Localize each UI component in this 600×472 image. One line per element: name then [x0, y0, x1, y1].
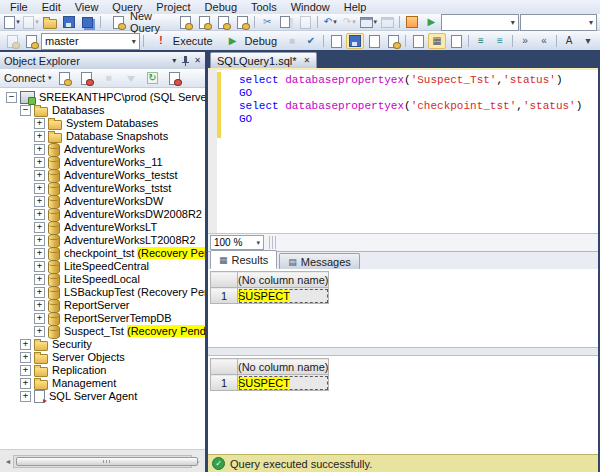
expand-plus-icon[interactable]: + — [34, 170, 45, 181]
toolbar-combo-1[interactable]: ▾ — [441, 14, 518, 31]
menu-file[interactable]: File — [3, 0, 35, 14]
analysis-services-xmla-query-icon[interactable] — [233, 14, 251, 30]
tab-messages[interactable]: ▤Messages — [279, 253, 360, 269]
database-engine-query-icon[interactable] — [176, 14, 194, 30]
expand-minus-icon[interactable]: − — [20, 105, 31, 116]
new-file-icon[interactable]: ▾ — [3, 14, 21, 30]
expand-plus-icon[interactable]: + — [34, 313, 45, 324]
menu-window[interactable]: Window — [284, 0, 337, 14]
expand-plus-icon[interactable]: + — [20, 352, 31, 363]
change-connection-icon[interactable] — [22, 33, 40, 49]
tab-results[interactable]: ▦Results — [210, 250, 277, 269]
outdent-icon[interactable]: « — [535, 33, 553, 49]
expand-plus-icon[interactable]: + — [34, 183, 45, 194]
undo-icon[interactable]: ↶▾ — [321, 14, 339, 30]
tree-item-reportservertempdb[interactable]: +ReportServerTempDB — [0, 312, 205, 325]
cut-icon[interactable]: ✂ — [258, 14, 276, 30]
available-databases-icon[interactable] — [3, 33, 21, 49]
scrollbar-thumb[interactable] — [16, 457, 198, 466]
intellisense-enabled-icon[interactable] — [346, 33, 364, 49]
grid-corner[interactable] — [211, 272, 238, 288]
expand-plus-icon[interactable]: + — [34, 196, 45, 207]
analysis-services-dmx-query-icon[interactable] — [214, 14, 232, 30]
tree-item-suspect-tst[interactable]: +Suspect_Tst (Recovery Pending) — [0, 325, 205, 338]
change-case-icon[interactable]: A — [560, 33, 578, 49]
expand-plus-icon[interactable]: + — [20, 365, 31, 376]
redo-icon[interactable]: ↷▾ — [340, 14, 358, 30]
stop-icon[interactable]: ■ — [283, 33, 301, 49]
scroll-left-icon[interactable]: ◄ — [3, 458, 13, 465]
tree-item-adventureworksdw2008r2[interactable]: +AdventureWorksDW2008R2 — [0, 208, 205, 221]
result-cell[interactable]: SUSPECT — [238, 288, 329, 304]
menu-tools[interactable]: Tools — [244, 0, 284, 14]
toolbar-combo-2[interactable]: ▾ — [520, 14, 597, 31]
tree-item-adventureworks-11[interactable]: +AdventureWorks_11 — [0, 156, 205, 169]
row-number[interactable]: 1 — [211, 375, 238, 391]
debug-button[interactable]: ▶Debug — [219, 34, 282, 48]
connect-button[interactable]: Connect ▾ — [4, 72, 52, 84]
editor-zoom-select[interactable]: 100 % ▾ — [210, 235, 264, 250]
tree-item-litespeedcentral[interactable]: +LiteSpeedCentral — [0, 260, 205, 273]
tree-item-adventureworkslt2008r2[interactable]: +AdventureWorksLT2008R2 — [0, 234, 205, 247]
expand-plus-icon[interactable]: + — [20, 378, 31, 389]
open-file-icon[interactable] — [41, 14, 59, 30]
expand-plus-icon[interactable]: + — [34, 118, 45, 129]
horizontal-scrollbar[interactable]: ◄ ► — [3, 455, 202, 467]
sql-editor[interactable]: select databasepropertyex('Suspect_Tst',… — [208, 70, 598, 233]
expand-plus-icon[interactable]: + — [20, 391, 31, 402]
tree-item-adventureworkslt[interactable]: +AdventureWorksLT — [0, 221, 205, 234]
splitter-grip[interactable] — [269, 236, 276, 249]
save-all-icon[interactable] — [79, 14, 97, 30]
results-to-text-icon[interactable] — [409, 33, 427, 49]
tree-item-lsbackuptest-recovery-pending[interactable]: +LSBackupTest (Recovery Pending) — [0, 286, 205, 299]
expand-plus-icon[interactable]: + — [34, 300, 45, 311]
expand-plus-icon[interactable]: + — [34, 209, 45, 220]
expand-plus-icon[interactable]: + — [34, 222, 45, 233]
expand-plus-icon[interactable]: + — [34, 144, 45, 155]
close-icon[interactable]: ✕ — [194, 57, 201, 65]
tree-item-databases[interactable]: −Databases — [0, 104, 205, 117]
tree-item-adventureworks-tstst[interactable]: +AdventureWorks_tstst — [0, 182, 205, 195]
new-query-button[interactable]: New Query — [104, 15, 175, 29]
analysis-services-mdx-query-icon[interactable] — [195, 14, 213, 30]
expand-plus-icon[interactable]: + — [34, 157, 45, 168]
properties-window-icon[interactable] — [378, 14, 396, 30]
indent-icon[interactable]: » — [516, 33, 534, 49]
filter-icon[interactable] — [122, 70, 140, 86]
tree-item-system-databases[interactable]: +System Databases — [0, 117, 205, 130]
expand-plus-icon[interactable]: + — [34, 235, 45, 246]
pin-icon[interactable] — [181, 56, 189, 66]
include-estimated-plan-icon[interactable] — [365, 33, 383, 49]
tree-item-adventureworks-testst[interactable]: +AdventureWorks_testst — [0, 169, 205, 182]
navigate-window-icon[interactable]: ▾ — [359, 14, 377, 30]
tree-item-management[interactable]: +Management — [0, 377, 205, 390]
comment-selection-icon[interactable]: ≡ — [472, 33, 490, 49]
expand-plus-icon[interactable]: + — [34, 131, 45, 142]
save-icon[interactable] — [60, 14, 78, 30]
expand-plus-icon[interactable]: + — [34, 248, 45, 259]
include-client-statistics-icon[interactable] — [384, 33, 402, 49]
column-header[interactable]: (No column name) — [238, 272, 329, 288]
tree-item-database-snapshots[interactable]: +Database Snapshots — [0, 130, 205, 143]
menu-debug[interactable]: Debug — [198, 0, 244, 14]
menu-edit[interactable]: Edit — [35, 0, 68, 14]
scrollbar-track[interactable] — [13, 455, 192, 468]
tree-item-reportserver[interactable]: +ReportServer — [0, 299, 205, 312]
expand-plus-icon[interactable]: + — [20, 339, 31, 350]
column-header[interactable]: (No column name) — [238, 359, 329, 375]
paste-icon[interactable] — [296, 14, 314, 30]
database-combo[interactable]: master▾ — [41, 33, 140, 50]
tab-close-icon[interactable]: ✕ — [303, 56, 310, 65]
toolbar-overflow-icon[interactable]: ▾ — [579, 33, 597, 49]
tree-item-server-objects[interactable]: +Server Objects — [0, 351, 205, 364]
query-options-icon[interactable] — [327, 33, 345, 49]
menu-help[interactable]: Help — [337, 0, 374, 14]
parse-icon[interactable]: ✔ — [302, 33, 320, 49]
connect-object-explorer-icon[interactable] — [56, 70, 74, 86]
expand-plus-icon[interactable]: + — [34, 261, 45, 272]
refresh-icon[interactable]: ↻ — [144, 70, 162, 86]
expand-plus-icon[interactable]: + — [34, 274, 45, 285]
results-splitter[interactable] — [208, 347, 598, 356]
expand-plus-icon[interactable]: + — [34, 326, 45, 337]
copy-icon[interactable] — [277, 14, 295, 30]
